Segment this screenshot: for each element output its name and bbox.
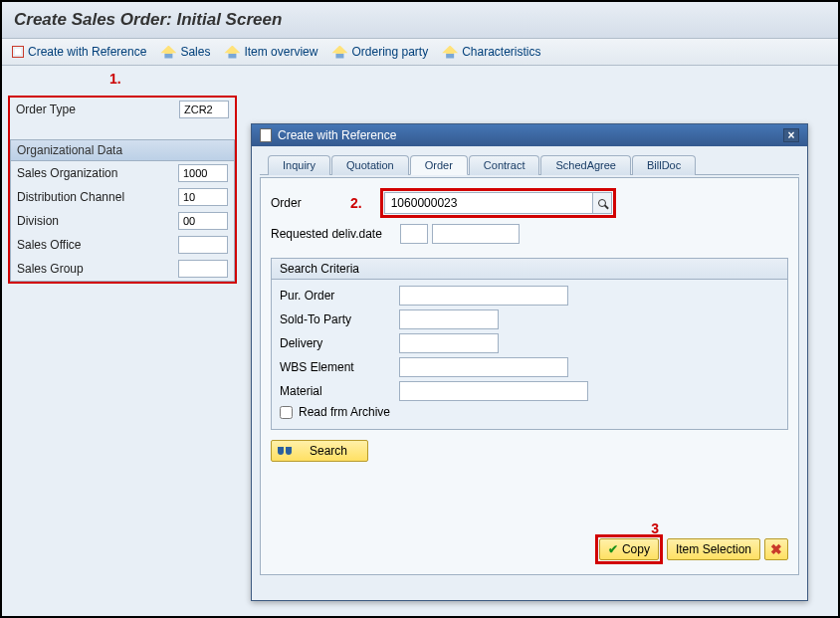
modal-titlebar: Create with Reference × [252,124,807,146]
order-search-help-button[interactable] [592,192,612,214]
dist-channel-row: Distribution Channel [11,185,234,209]
order-type-row: Order Type [10,98,235,121]
search-criteria-body: Pur. Order Sold-To Party Delivery WBS El… [272,280,787,429]
copy-highlight: ✔ Copy [595,534,663,564]
characteristics-icon [442,46,458,59]
item-selection-button[interactable]: Item Selection [667,538,760,560]
tb-label: Ordering party [351,45,428,59]
modal-title-text: Create with Reference [278,128,396,142]
tab-schedagree[interactable]: SchedAgree [540,155,631,175]
wbs-input[interactable] [399,357,568,377]
cancel-button[interactable]: ✖ [764,538,788,560]
req-deliv-code-input[interactable] [400,224,428,244]
toolbar: Create with Reference Sales Item overvie… [2,39,838,66]
search-button[interactable]: Search [271,440,368,462]
sales-button[interactable]: Sales [160,45,210,59]
tb-label: Characteristics [462,45,540,59]
tb-label: Sales [180,45,210,59]
wbs-label: WBS Element [280,360,399,374]
order-ref-highlight [380,188,616,218]
dist-channel-label: Distribution Channel [17,190,124,204]
copy-button[interactable]: ✔ Copy [599,538,659,560]
read-from-archive-checkbox[interactable] [280,406,293,419]
search-button-label: Search [310,444,347,458]
sales-office-row: Sales Office [11,233,234,257]
sales-icon [160,46,176,59]
sold-to-label: Sold-To Party [280,312,399,326]
division-row: Division [11,209,234,233]
modal-bottom-bar: ✔ Copy Item Selection ✖ [595,534,788,564]
material-label: Material [280,384,399,398]
document-icon [260,128,272,142]
item-selection-label: Item Selection [676,542,751,556]
order-ref-label: Order [271,196,350,210]
pur-order-input[interactable] [399,286,568,306]
tab-contract[interactable]: Contract [469,155,540,175]
create-with-reference-button[interactable]: Create with Reference [12,45,146,59]
sales-group-row: Sales Group [11,257,234,281]
dist-channel-input[interactable] [178,188,228,206]
sold-to-input[interactable] [399,309,499,329]
characteristics-button[interactable]: Characteristics [442,45,540,59]
search-criteria-group: Search Criteria Pur. Order Sold-To Party… [271,258,788,430]
close-icon: × [787,128,794,142]
division-input[interactable] [178,212,228,230]
order-type-input[interactable] [179,101,229,118]
delivery-label: Delivery [280,336,399,350]
copy-button-label: Copy [622,542,650,556]
pur-order-label: Pur. Order [280,289,399,303]
modal-inner: Order 2. Requested deliv.date Sear [260,177,799,575]
ordering-party-button[interactable]: Ordering party [331,45,428,59]
sales-group-input[interactable] [178,260,228,278]
material-input[interactable] [399,381,588,401]
annotation-1: 1. [109,71,121,87]
item-overview-button[interactable]: Item overview [224,45,317,59]
tb-label: Create with Reference [28,45,146,59]
binoculars-icon [278,445,292,457]
sales-group-label: Sales Group [17,262,84,276]
order-type-label: Order Type [16,103,76,116]
division-label: Division [17,214,59,228]
cancel-icon: ✖ [770,542,782,556]
reference-icon [12,46,24,58]
tabstrip: Inquiry Quotation Order Contract SchedAg… [260,154,799,175]
close-button[interactable]: × [783,128,799,142]
check-icon: ✔ [608,542,618,556]
sales-org-row: Sales Organization [11,161,234,185]
order-block: Order Type Organizational Data Sales Org… [8,96,237,284]
item-overview-icon [224,46,240,59]
org-data-title: Organizational Data [11,140,234,161]
req-deliv-date-input[interactable] [432,224,520,244]
req-deliv-row: Requested deliv.date [271,224,788,244]
sales-office-input[interactable] [178,236,228,254]
page-title: Create Sales Order: Initial Screen [14,10,826,30]
tab-inquiry[interactable]: Inquiry [268,155,330,175]
order-ref-input[interactable] [384,192,593,214]
search-criteria-title: Search Criteria [272,259,787,280]
annotation-2: 2. [350,195,362,211]
modal-body: Inquiry Quotation Order Contract SchedAg… [252,146,807,583]
tb-label: Item overview [244,45,317,59]
tab-billdoc[interactable]: BillDoc [632,155,696,175]
delivery-input[interactable] [399,333,499,353]
tab-quotation[interactable]: Quotation [331,155,409,175]
order-ref-row: Order 2. [271,188,788,218]
sales-org-input[interactable] [178,164,228,182]
search-icon [598,199,606,207]
archive-label: Read frm Archive [299,405,390,419]
req-deliv-label: Requested deliv.date [271,227,400,241]
content-area: 1. Order Type Organizational Data Sales … [2,66,838,616]
org-data-group: Organizational Data Sales Organization D… [10,139,235,282]
create-with-reference-dialog: Create with Reference × Inquiry Quotatio… [251,123,808,601]
ordering-party-icon [331,46,347,59]
sales-office-label: Sales Office [17,238,81,252]
sales-org-label: Sales Organization [17,166,117,180]
header-bar: Create Sales Order: Initial Screen [2,2,838,39]
tab-order[interactable]: Order [410,155,468,175]
